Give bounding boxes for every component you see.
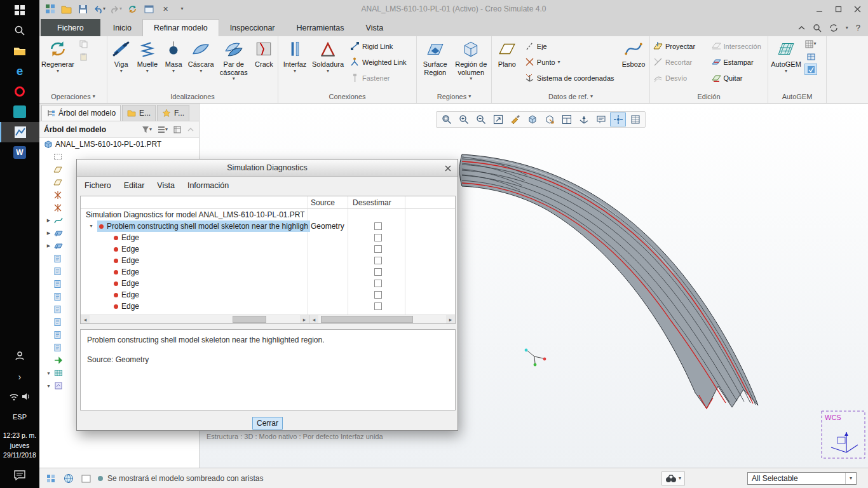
- display-style-button[interactable]: [524, 112, 540, 126]
- model-csys-marker[interactable]: [525, 349, 546, 367]
- regenerar-button[interactable]: Regenerar: [41, 38, 75, 75]
- weighted-link-button[interactable]: Weighted Link: [348, 54, 409, 70]
- diagnostics-edge-row[interactable]: Edge: [81, 289, 455, 301]
- paste-icon[interactable]: [78, 51, 90, 62]
- cerrar-button[interactable]: Cerrar: [252, 417, 283, 430]
- model-tree-toggle-button[interactable]: [44, 472, 57, 485]
- desestimar-checkbox[interactable]: [374, 302, 382, 310]
- dialog-titlebar[interactable]: Simulation Diagnostics: [77, 159, 458, 177]
- web-browser-toggle-button[interactable]: [62, 472, 75, 485]
- desestimar-checkbox[interactable]: [374, 268, 382, 276]
- collapse-ribbon-button[interactable]: [798, 25, 805, 30]
- taskbar-clock[interactable]: 12:23 p. m. jueves 29/11/2018: [3, 431, 37, 460]
- diagnostics-edge-row[interactable]: Edge: [81, 301, 455, 312]
- dialog-menu-informacion[interactable]: Información: [187, 181, 229, 190]
- qat-customize-button[interactable]: [175, 3, 189, 16]
- people-button[interactable]: [0, 346, 39, 366]
- collapse-arrow-icon[interactable]: [88, 224, 94, 228]
- tab-vista[interactable]: Vista: [355, 19, 395, 36]
- columns-hscrollbar[interactable]: [318, 315, 446, 323]
- create-mesh-button[interactable]: [804, 51, 817, 62]
- photos-app-taskbar-icon[interactable]: [0, 102, 39, 122]
- plano-button[interactable]: Plano: [493, 38, 521, 70]
- spin-center-button[interactable]: [610, 112, 626, 126]
- desvio-button[interactable]: Desvío: [651, 70, 710, 86]
- dialog-menu-editar[interactable]: Editar: [124, 181, 145, 190]
- tree-columns-button[interactable]: [158, 126, 168, 133]
- scroll-left-arrow[interactable]: [309, 315, 318, 323]
- edge-browser-taskbar-icon[interactable]: [0, 61, 39, 81]
- tab-inspeccionar[interactable]: Inspeccionar: [219, 19, 286, 36]
- zoom-in-button[interactable]: [456, 112, 471, 126]
- desestimar-checkbox[interactable]: [374, 257, 382, 264]
- masa-button[interactable]: Masa: [161, 38, 186, 75]
- dialog-close-button[interactable]: [442, 162, 454, 174]
- saved-orientations-button[interactable]: [541, 112, 557, 126]
- message-log-button[interactable]: [79, 472, 92, 485]
- creo-simulate-taskbar-icon[interactable]: [0, 122, 39, 142]
- scroll-right-arrow[interactable]: [300, 315, 309, 323]
- tab-fichero[interactable]: Fichero: [41, 19, 100, 36]
- simulation-display-button[interactable]: [627, 112, 643, 126]
- action-center-button[interactable]: [0, 465, 39, 485]
- desestimar-checkbox[interactable]: [374, 280, 382, 287]
- desestimar-checkbox[interactable]: [374, 245, 382, 253]
- zoom-out-button[interactable]: [473, 112, 489, 126]
- expand-arrow-icon[interactable]: [46, 231, 51, 236]
- desestimar-checkbox[interactable]: [374, 291, 382, 299]
- maximize-button[interactable]: [829, 0, 848, 18]
- desestimar-checkbox[interactable]: [374, 234, 382, 241]
- tree-settings-button[interactable]: [173, 126, 181, 133]
- tree-collapse-all-button[interactable]: [187, 126, 194, 133]
- eje-button[interactable]: Eje: [523, 38, 619, 54]
- opera-browser-taskbar-icon[interactable]: [0, 81, 39, 102]
- tree-filter-button[interactable]: [142, 126, 152, 133]
- diagnostics-problem-row[interactable]: Problem constructing shell model skeleto…: [81, 220, 455, 232]
- group-label-regiones[interactable]: Regiones: [417, 90, 491, 103]
- regenerate-quick-button[interactable]: [126, 3, 139, 16]
- minimize-button[interactable]: [810, 0, 829, 18]
- sistema-de-coordenadas-button[interactable]: Sistema de coordenadas: [523, 70, 619, 86]
- estampar-button[interactable]: Estampar: [710, 54, 767, 70]
- scroll-left-arrow[interactable]: [81, 315, 90, 323]
- soldadura-button[interactable]: Soldadura: [310, 38, 346, 75]
- sync-button[interactable]: [829, 24, 838, 32]
- diagnostics-edge-row[interactable]: Edge: [81, 266, 455, 278]
- ribbon-options-dropdown[interactable]: [846, 25, 848, 30]
- tree-root-item[interactable]: ANAL_LMS-610-10-PL-01.PRT: [39, 138, 199, 151]
- viga-button[interactable]: Viga: [109, 38, 133, 75]
- word-taskbar-icon[interactable]: [0, 142, 39, 163]
- scroll-thumb[interactable]: [321, 316, 413, 323]
- diagnostics-edge-row[interactable]: Edge: [81, 255, 455, 266]
- group-label-datos[interactable]: Datos de ref.: [492, 90, 649, 103]
- tree-hscrollbar[interactable]: [90, 315, 300, 323]
- fastener-button[interactable]: Fastener: [348, 70, 409, 86]
- close-button[interactable]: [848, 0, 867, 18]
- diagnostics-edge-row[interactable]: Edge: [81, 278, 455, 289]
- collapse-arrow-icon[interactable]: [46, 371, 51, 376]
- autogem-button[interactable]: AutoGEM: [770, 38, 803, 75]
- network-volume-tray[interactable]: [0, 386, 39, 407]
- window-settings-button[interactable]: [142, 3, 156, 16]
- repaint-button[interactable]: [507, 112, 523, 126]
- diagnostics-edge-row[interactable]: Edge: [81, 243, 455, 255]
- punto-button[interactable]: Punto: [523, 54, 619, 70]
- review-geometry-button[interactable]: [804, 64, 817, 75]
- esbozo-button[interactable]: Esbozo: [619, 38, 648, 70]
- command-search-button[interactable]: [813, 24, 822, 32]
- selection-filter-combobox[interactable]: All Selectable: [747, 472, 857, 485]
- quitar-button[interactable]: Quitar: [710, 70, 767, 86]
- recortar-button[interactable]: Recortar: [651, 54, 710, 70]
- save-button[interactable]: [76, 3, 90, 16]
- crack-button[interactable]: Crack: [252, 38, 276, 70]
- language-indicator[interactable]: ESP: [0, 407, 39, 427]
- autogem-settings-button[interactable]: [804, 38, 817, 50]
- tab-herramientas[interactable]: Herramientas: [286, 19, 355, 36]
- column-header-source[interactable]: Source: [311, 198, 335, 207]
- close-window-quick-button[interactable]: [159, 3, 172, 16]
- file-explorer-taskbar-icon[interactable]: [0, 41, 39, 61]
- interseccion-button[interactable]: Intersección: [710, 38, 767, 54]
- open-button[interactable]: [60, 3, 73, 16]
- diagnostics-root-row[interactable]: Simulation Diagnostics for model ANAL_LM…: [81, 209, 455, 220]
- annotation-display-button[interactable]: [593, 112, 609, 126]
